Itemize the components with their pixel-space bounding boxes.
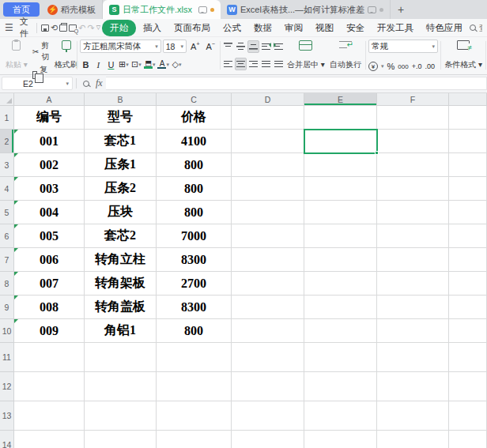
cell-B12[interactable]	[85, 372, 157, 401]
formula-input[interactable]	[106, 77, 487, 90]
row-header-6[interactable]: 6	[0, 224, 14, 248]
cell-G2[interactable]	[449, 130, 487, 153]
cell-F1[interactable]	[377, 106, 449, 130]
cell-D10[interactable]	[232, 319, 304, 343]
cell-B1[interactable]: 型号	[85, 106, 157, 130]
menu-tab-security[interactable]: 安全	[341, 20, 370, 36]
cell-E8[interactable]	[304, 272, 377, 296]
print-preview-button[interactable]	[69, 22, 77, 34]
column-header-A[interactable]: A	[14, 93, 85, 106]
menu-tab-page-layout[interactable]: 页面布局	[168, 20, 216, 36]
cell-C2[interactable]: 4100	[157, 130, 232, 153]
paste-button[interactable]: 粘贴 ▾	[3, 39, 30, 72]
cut-button[interactable]: ✂ 剪切	[30, 40, 52, 63]
cell-F12[interactable]	[377, 372, 449, 401]
cell-A9[interactable]: 008	[14, 296, 85, 319]
cell-G8[interactable]	[449, 272, 487, 296]
command-search-box[interactable]: 查找命令、搜	[470, 22, 482, 34]
cell-G12[interactable]	[449, 372, 487, 401]
cell-C1[interactable]: 价格	[157, 106, 232, 130]
row-header-9[interactable]: 9	[0, 296, 14, 319]
font-name-select[interactable]: 方正粗黑宋简体▾	[80, 40, 161, 53]
increase-font-button[interactable]: A+	[188, 41, 202, 51]
decrease-font-button[interactable]: A−	[204, 41, 217, 51]
insert-function-button[interactable]	[80, 77, 92, 89]
row-header-14[interactable]: 14	[0, 431, 14, 448]
menu-tab-review[interactable]: 审阅	[279, 20, 308, 36]
cell-F14[interactable]	[377, 431, 449, 448]
cell-F3[interactable]	[377, 153, 449, 177]
cell-C14[interactable]	[157, 431, 232, 448]
cell-D12[interactable]	[232, 372, 304, 401]
undo-button[interactable]: ↶	[78, 22, 85, 34]
cell-D13[interactable]	[232, 401, 304, 431]
cell-B8[interactable]: 转角架板	[85, 272, 157, 296]
menu-tab-insert[interactable]: 插入	[138, 20, 167, 36]
menu-tab-data[interactable]: 数据	[248, 20, 277, 36]
currency-format-button[interactable]: ¥	[368, 62, 378, 71]
currency-chevron-icon[interactable]: ▾	[381, 63, 384, 70]
cell-A2[interactable]: 001	[14, 130, 85, 153]
clear-format-button[interactable]: ◇▾	[171, 58, 183, 71]
cell-A6[interactable]: 005	[14, 224, 85, 248]
cell-E10[interactable]	[304, 319, 377, 343]
row-header-4[interactable]: 4	[0, 177, 14, 201]
cell-A14[interactable]	[14, 431, 85, 448]
fill-handle[interactable]	[375, 151, 379, 155]
hamburger-menu-icon[interactable]: ☰	[5, 22, 13, 33]
select-all-corner[interactable]	[0, 93, 14, 106]
cell-E12[interactable]	[304, 372, 377, 401]
cell-G7[interactable]	[449, 248, 487, 272]
cell-E11[interactable]	[304, 343, 377, 372]
column-header-F[interactable]: F	[377, 93, 449, 106]
column-header-C[interactable]: C	[157, 93, 232, 106]
cell-B3[interactable]: 压条1	[85, 153, 157, 177]
tab-docer-templates[interactable]: ⚡ 稻壳模板	[41, 0, 103, 19]
increase-indent-button[interactable]	[273, 40, 285, 53]
cell-A8[interactable]: 007	[14, 272, 85, 296]
cell-E9[interactable]	[304, 296, 377, 319]
print-button[interactable]	[59, 22, 67, 34]
cell-A3[interactable]: 002	[14, 153, 85, 177]
menu-tab-home[interactable]: 开始	[102, 20, 136, 36]
borders-button[interactable]: ⊞▾	[118, 58, 130, 71]
cell-B13[interactable]	[85, 401, 157, 431]
cell-F9[interactable]	[377, 296, 449, 319]
customize-toolbar-chevron-icon[interactable]: ▽	[96, 24, 100, 31]
column-header-D[interactable]: D	[232, 93, 304, 106]
row-header-10[interactable]: 10	[0, 319, 14, 343]
cell-C11[interactable]	[157, 343, 232, 372]
font-size-select[interactable]: 18▾	[163, 40, 187, 53]
cell-D5[interactable]	[232, 201, 304, 224]
cell-C9[interactable]: 8300	[157, 296, 232, 319]
name-box-chevron-icon[interactable]: ▾	[66, 81, 69, 87]
cell-F6[interactable]	[377, 224, 449, 248]
menu-tab-formulas[interactable]: 公式	[217, 20, 247, 36]
conditional-format-button[interactable]: 条件格式 ▾	[442, 39, 485, 72]
cell-D14[interactable]	[232, 431, 304, 448]
cell-E1[interactable]	[304, 106, 377, 130]
italic-button[interactable]: I	[92, 58, 104, 71]
cell-A1[interactable]: 编号	[14, 106, 85, 130]
cell-D7[interactable]	[232, 248, 304, 272]
align-top-button[interactable]	[222, 40, 234, 53]
cell-E13[interactable]	[304, 401, 377, 431]
cell-F7[interactable]	[377, 248, 449, 272]
cell-E5[interactable]	[304, 201, 377, 224]
cell-E2[interactable]	[304, 130, 377, 153]
row-header-12[interactable]: 12	[0, 372, 14, 401]
cell-G14[interactable]	[449, 431, 487, 448]
cell-F11[interactable]	[377, 343, 449, 372]
cell-F4[interactable]	[377, 177, 449, 201]
cell-D8[interactable]	[232, 272, 304, 296]
align-bottom-button[interactable]	[247, 40, 259, 53]
cell-G4[interactable]	[449, 177, 487, 201]
cell-E14[interactable]	[304, 431, 377, 448]
row-header-5[interactable]: 5	[0, 201, 14, 224]
align-center-button[interactable]	[235, 58, 247, 70]
row-header-7[interactable]: 7	[0, 248, 14, 272]
merge-center-button[interactable]: 合并居中 ▾	[285, 39, 327, 72]
cell-C3[interactable]: 800	[157, 153, 232, 177]
row-header-13[interactable]: 13	[0, 401, 14, 431]
cell-C12[interactable]	[157, 372, 232, 401]
